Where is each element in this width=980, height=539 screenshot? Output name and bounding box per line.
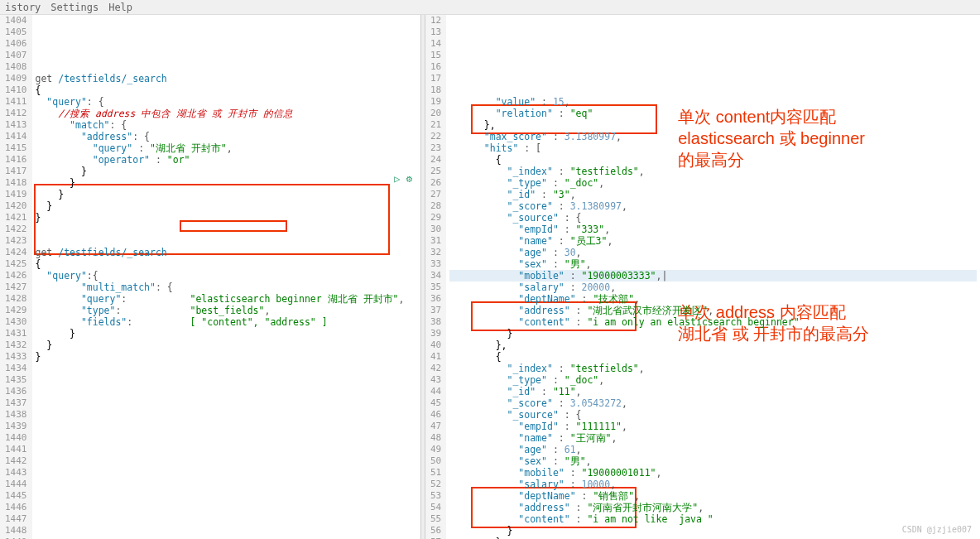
watermark: CSDN @jzjie007	[902, 525, 972, 534]
menu-settings[interactable]: Settings	[50, 2, 98, 13]
left-code[interactable]: ▷ ⚙ get /testfields/_search{ "query": { …	[32, 15, 421, 539]
menu-bar: istory Settings Help	[0, 0, 980, 15]
editor-split: 1404140514061407140814091410141114121413…	[0, 15, 980, 539]
right-code[interactable]: 单次 content内容匹配 elasticsearch 或 beginner …	[446, 15, 980, 539]
right-gutter: 1213141516171819202122232425262728293031…	[425, 15, 446, 539]
left-gutter: 1404140514061407140814091410141114121413…	[0, 15, 32, 539]
left-pane: 1404140514061407140814091410141114121413…	[0, 15, 420, 539]
menu-history[interactable]: istory	[5, 2, 41, 13]
right-pane: 1213141516171819202122232425262728293031…	[425, 15, 980, 539]
menu-help[interactable]: Help	[108, 2, 132, 13]
